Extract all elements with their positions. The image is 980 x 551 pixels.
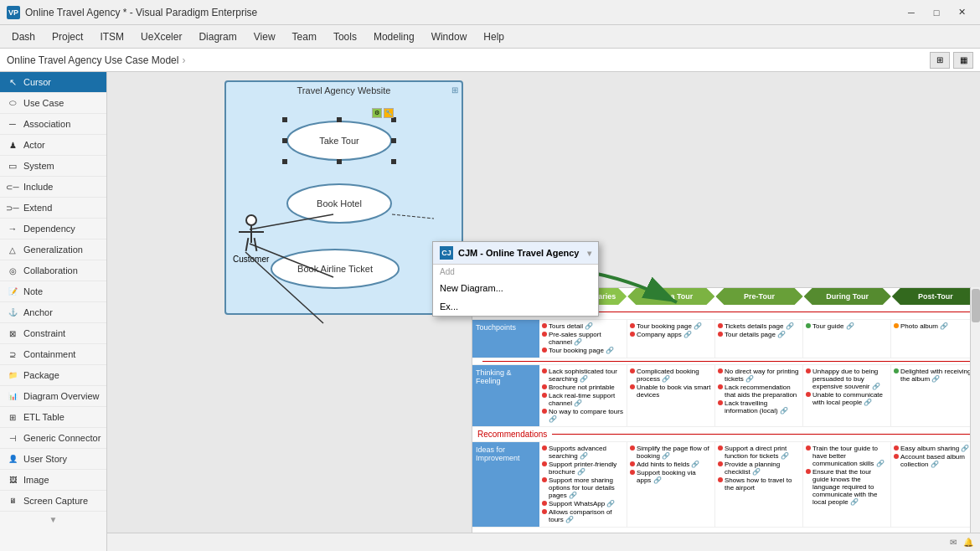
bullet-text: Support a direct print function for tick… xyxy=(725,445,800,460)
close-button[interactable]: ✕ xyxy=(950,4,973,21)
sidebar-item-note[interactable]: 📝 Note xyxy=(0,281,106,302)
dot xyxy=(542,461,547,466)
sidebar-item-constraint[interactable]: ⊠ Constraint xyxy=(0,323,106,344)
dot xyxy=(806,368,811,373)
sidebar-label-anchor: Anchor xyxy=(23,307,53,317)
cjm-section-line-2 xyxy=(482,361,974,362)
sidebar-item-dependency[interactable]: → Dependency xyxy=(0,219,106,239)
menu-help[interactable]: Help xyxy=(475,28,513,46)
cjm-bullet: Account based album collection 🔗 xyxy=(894,453,976,468)
sidebar-item-containment[interactable]: ⊇ Containment xyxy=(0,344,106,365)
book-hotel-container[interactable]: Book Hotel xyxy=(285,183,394,227)
cjm-bullet: Delighted with receiving the album 🔗 xyxy=(894,368,976,383)
sidebar-item-user-story[interactable]: 👤 User Story xyxy=(0,449,106,470)
notify-icon[interactable]: 🔔 xyxy=(963,538,973,547)
menu-uexceler[interactable]: UeXceler xyxy=(132,28,190,46)
edit-icons: ⚙ 🔧 xyxy=(372,108,394,118)
bullet-text: Simplify the page flow of booking 🔗 xyxy=(637,445,712,460)
sidebar-item-diagram-overview[interactable]: 📊 Diagram Overview xyxy=(0,386,106,407)
maximize-button[interactable]: □ xyxy=(925,4,948,21)
box-expand-icon[interactable]: ⊞ xyxy=(451,85,458,95)
dot xyxy=(542,393,547,398)
screen-capture-icon: 🖥 xyxy=(5,495,20,507)
sidebar-label-collaboration: Collaboration xyxy=(23,265,78,276)
popup-existing[interactable]: Ex... xyxy=(433,297,598,316)
menu-team[interactable]: Team xyxy=(284,28,325,46)
sidebar-item-collaboration[interactable]: ◎ Collaboration xyxy=(0,260,106,281)
dot xyxy=(806,469,811,474)
menu-view[interactable]: View xyxy=(245,28,284,46)
sidebar-label-association: Association xyxy=(23,119,70,129)
email-icon[interactable]: ✉ xyxy=(950,538,957,547)
sidebar-item-actor[interactable]: ♟ Actor xyxy=(0,135,106,156)
dot xyxy=(542,368,547,373)
scroll-down-indicator: ▼ xyxy=(0,512,106,528)
popup-cursor: ▾ xyxy=(587,249,591,258)
cjm-section-thinking xyxy=(472,358,979,365)
cjm-bullet: Ensure that the tour guide knows the lan… xyxy=(806,468,888,506)
anchor-icon: ⚓ xyxy=(5,306,20,318)
menu-dash[interactable]: Dash xyxy=(3,28,44,46)
cjm-bullet: Support booking via apps 🔗 xyxy=(630,469,712,484)
book-airline-svg: Book Airline Ticket xyxy=(268,248,402,290)
cjm-label-ideas: Ideas for Improvement xyxy=(472,442,539,527)
sidebar-item-anchor[interactable]: ⚓ Anchor xyxy=(0,302,106,323)
actor-customer: Customer xyxy=(233,214,269,264)
cjm-stage-post: Post-Tour xyxy=(892,288,979,305)
breadcrumb-tool-1[interactable]: ⊞ xyxy=(930,52,950,69)
book-airline-container[interactable]: Book Airline Ticket xyxy=(268,248,402,292)
menu-tools[interactable]: Tools xyxy=(325,28,365,46)
popup-new-diagram[interactable]: New Diagram... xyxy=(433,279,598,297)
bullet-text: Easy album sharing 🔗 xyxy=(900,445,969,452)
dot xyxy=(630,384,635,389)
cjm-section-recommendations: Recommendations xyxy=(472,427,979,442)
menu-diagram[interactable]: Diagram xyxy=(190,28,245,46)
minimize-button[interactable]: ─ xyxy=(900,4,923,21)
sidebar-item-include[interactable]: ⊂─ Include xyxy=(0,177,106,198)
take-tour-container[interactable]: Take Tour ⚙ 🔧 xyxy=(285,120,394,162)
titlebar: VP Online Travel Agency * - Visual Parad… xyxy=(0,0,980,25)
sidebar-item-generic-connector[interactable]: ⊣ Generic Connector xyxy=(0,428,106,449)
generic-connector-icon: ⊣ xyxy=(5,432,20,444)
bullet-text: Tickets details page 🔗 xyxy=(725,322,794,330)
sidebar-label-diagram-overview: Diagram Overview xyxy=(23,391,99,401)
dot xyxy=(718,445,723,451)
cjm-bullet: Company apps 🔗 xyxy=(630,331,712,338)
popup-icon: CJ xyxy=(440,246,453,260)
cjm-bullet: Tour guide 🔗 xyxy=(806,322,888,330)
sidebar-item-image[interactable]: 🖼 Image xyxy=(0,470,106,491)
sidebar-item-cursor[interactable]: ↖ Cursor xyxy=(0,72,106,93)
diagram-area: Travel Agency Website xyxy=(107,72,980,551)
popup-add-section: Add xyxy=(433,265,598,279)
menu-modeling[interactable]: Modeling xyxy=(365,28,423,46)
sidebar-item-association[interactable]: ─ Association xyxy=(0,114,106,135)
bullet-text: Support booking via apps 🔗 xyxy=(637,469,712,484)
breadcrumb-tool-2[interactable]: ▦ xyxy=(953,52,973,69)
sidebar-item-extend[interactable]: ⊃─ Extend xyxy=(0,198,106,219)
sidebar-item-system[interactable]: ▭ System xyxy=(0,156,106,177)
diagram-overview-icon: 📊 xyxy=(5,390,20,402)
edit-icon-1[interactable]: ⚙ xyxy=(372,108,382,118)
context-menu[interactable]: CJ CJM - Online Travel Agency ▾ Add New … xyxy=(432,241,599,317)
statusbar: ✉ 🔔 xyxy=(107,533,980,551)
sidebar-item-generalization[interactable]: △ Generalization xyxy=(0,239,106,260)
breadcrumb-tools: ⊞ ▦ xyxy=(930,52,973,69)
sidebar-item-package[interactable]: 📁 Package xyxy=(0,365,106,386)
sidebar-label-actor: Actor xyxy=(23,140,45,150)
sidebar-item-etl-table[interactable]: ⊞ ETL Table xyxy=(0,407,106,428)
menu-itsm[interactable]: ITSM xyxy=(91,28,132,46)
menu-project[interactable]: Project xyxy=(44,28,91,46)
cjm-scrollbar[interactable] xyxy=(970,287,980,533)
canvas[interactable]: Travel Agency Website xyxy=(107,72,980,551)
menu-window[interactable]: Window xyxy=(423,28,476,46)
etl-table-icon: ⊞ xyxy=(5,411,20,423)
extend-icon: ⊃─ xyxy=(5,202,20,214)
edit-icon-2[interactable]: 🔧 xyxy=(384,108,394,118)
dot xyxy=(542,445,547,451)
sidebar-item-usecase[interactable]: ⬭ Use Case xyxy=(0,93,106,114)
sidebar-item-screen-capture[interactable]: 🖥 Screen Capture xyxy=(0,491,106,512)
cjm-bullet: Tours detail 🔗 xyxy=(542,322,624,330)
handle-bl xyxy=(282,159,287,164)
menubar: Dash Project ITSM UeXceler Diagram View … xyxy=(0,25,980,49)
dot xyxy=(630,445,635,451)
